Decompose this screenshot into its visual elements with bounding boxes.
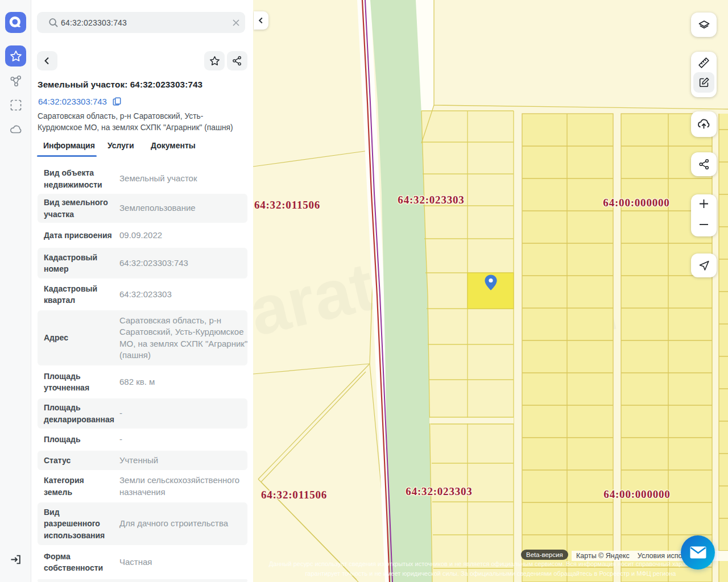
svg-text:64:00:000000: 64:00:000000 <box>603 488 670 500</box>
svg-text:64:32:011506: 64:32:011506 <box>261 489 327 501</box>
svg-text:64:32:023303: 64:32:023303 <box>398 194 464 206</box>
svg-text:64:00:000000: 64:00:000000 <box>603 197 669 209</box>
svg-text:64:32:011506: 64:32:011506 <box>254 199 320 211</box>
svg-text:64:32:023303: 64:32:023303 <box>406 485 472 497</box>
